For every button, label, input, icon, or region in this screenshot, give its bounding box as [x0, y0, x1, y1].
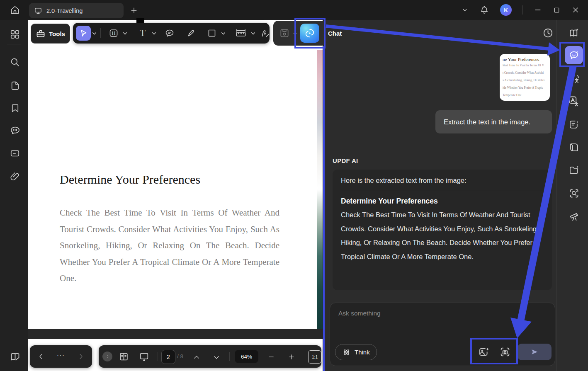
ai-assistant-toolbar-button[interactable]: [300, 24, 319, 43]
chat-panel-title: Chat: [328, 30, 342, 37]
note-sparkle-icon: [569, 119, 580, 130]
shape-tool-dropdown-icon[interactable]: [221, 31, 226, 36]
ai-translate-button[interactable]: [568, 73, 580, 84]
close-button[interactable]: [571, 6, 580, 14]
minimize-icon: [534, 6, 542, 14]
document-heading: Determine Your Preferences: [60, 172, 200, 187]
home-button[interactable]: [6, 2, 24, 18]
zoom-in-icon[interactable]: [288, 353, 295, 361]
ai-read-mode-button[interactable]: [568, 141, 580, 153]
sidebar-item-thumbnails[interactable]: [9, 28, 21, 41]
title-bar: 2.0-Travelling K: [0, 0, 588, 20]
sidebar-item-search[interactable]: [9, 56, 21, 68]
tools-label: Tools: [49, 30, 65, 37]
attached-image-thumbnail: ne Your Preferences Best Time To Visit I…: [500, 54, 550, 101]
ai-writing-button[interactable]: [568, 119, 580, 130]
select-tool-button-active[interactable]: [76, 26, 91, 41]
home-icon: [10, 5, 20, 15]
updf-ai-logo-icon: [304, 27, 316, 39]
updf-app-window: 2.0-Travelling K: [0, 0, 588, 371]
open-book-icon: [10, 351, 21, 362]
nav-forward-icon[interactable]: [77, 353, 85, 360]
sidebar-item-attachments[interactable]: [9, 170, 21, 182]
avatar[interactable]: K: [500, 4, 512, 16]
select-tool-dropdown-icon[interactable]: [92, 31, 97, 36]
thumbnail-line: Temperate One.: [503, 92, 549, 99]
previous-page-icon[interactable]: [193, 354, 200, 361]
sidebar-item-comments[interactable]: [9, 124, 21, 136]
paperclip-icon: [10, 171, 20, 182]
comment-bubble-icon: [10, 125, 21, 136]
actual-size-button[interactable]: 1:1: [308, 350, 321, 364]
notifications-button[interactable]: [479, 5, 489, 15]
translate-box-icon: [568, 95, 580, 107]
text-tool-dropdown-icon[interactable]: [152, 31, 156, 36]
sidebar-divider: [7, 44, 21, 44]
document-viewport[interactable]: Determine Your Preferences Check The Bes…: [28, 20, 324, 371]
maximize-button[interactable]: [553, 6, 561, 14]
tab-document-icon: [34, 7, 42, 15]
highlighter-tool-icon[interactable]: [186, 28, 196, 38]
ai-search-button[interactable]: [568, 187, 580, 199]
zoom-level-input[interactable]: 64%: [235, 350, 258, 363]
heading-tool-dropdown-icon[interactable]: [123, 31, 127, 36]
send-message-button[interactable]: [518, 344, 552, 360]
chat-input[interactable]: [338, 309, 513, 344]
search-icon: [10, 57, 20, 68]
titlebar-divider: [522, 5, 523, 15]
heading-tool-icon[interactable]: H: [109, 28, 119, 38]
thumbnail-line: ide Whether You Prefer A Tropic: [503, 84, 549, 92]
ai-response-heading: Determine Your Preferences: [341, 197, 544, 206]
ai-summary-button[interactable]: [568, 27, 580, 39]
nav-back-icon[interactable]: [37, 353, 45, 360]
thumbnail-line: s As Snorkeling, Hiking, Or Relax: [503, 77, 549, 84]
think-label: Think: [355, 349, 370, 356]
camera-capture-icon: [499, 346, 511, 358]
ai-translate-page-button[interactable]: [568, 95, 580, 107]
chat-smiley-sparkle-icon: [568, 49, 580, 61]
chat-history-button[interactable]: [542, 27, 554, 39]
ai-response-intro: Here is the extracted text from the imag…: [341, 177, 544, 184]
save-icon[interactable]: [279, 28, 290, 39]
zoom-out-icon[interactable]: [267, 353, 275, 361]
attach-image-button[interactable]: [478, 346, 490, 358]
screenshot-button[interactable]: [499, 346, 511, 358]
ai-file-button[interactable]: [568, 164, 580, 176]
page-total-label: / 8: [177, 353, 183, 359]
next-page-icon[interactable]: [213, 354, 220, 361]
sidebar-item-pages[interactable]: [9, 79, 21, 92]
current-page-input[interactable]: 2: [161, 350, 175, 364]
comment-tool-icon[interactable]: [165, 28, 175, 38]
chevron-right-icon: [105, 354, 110, 359]
ai-discover-button[interactable]: [568, 210, 580, 222]
page-controls-bar: 2 / 8 64% 1:1: [99, 345, 321, 368]
more-pages-button[interactable]: ...: [55, 350, 67, 358]
atom-icon: [342, 348, 351, 356]
collapse-bar-button[interactable]: [102, 352, 112, 361]
signature-tool-icon[interactable]: [260, 28, 270, 38]
shape-tool-icon[interactable]: [207, 28, 217, 38]
minimize-button[interactable]: [534, 6, 542, 14]
presentation-mode-icon[interactable]: [139, 352, 149, 362]
thumbnail-line: t Crowds. Consider What Activiti: [503, 69, 549, 77]
measure-tool-icon[interactable]: [235, 28, 247, 38]
tools-menu-button[interactable]: Tools: [31, 24, 70, 44]
two-page-view-icon[interactable]: [119, 352, 129, 362]
ai-response-divider: [341, 191, 544, 191]
new-tab-button[interactable]: [128, 4, 140, 17]
document-tab[interactable]: 2.0-Travelling: [29, 3, 124, 18]
think-mode-button[interactable]: Think: [335, 344, 377, 360]
ai-chat-panel: Chat ne Your Preferences Best Time To Vi…: [324, 20, 556, 371]
svg-text:T: T: [140, 28, 146, 38]
sidebar-item-stamps[interactable]: [9, 147, 21, 160]
measure-tool-dropdown-icon[interactable]: [251, 31, 255, 36]
sidebar-item-bookmarks[interactable]: [9, 102, 21, 114]
text-tool-icon[interactable]: T: [138, 28, 148, 38]
telescope-icon: [569, 211, 580, 222]
updates-dropdown-button[interactable]: [461, 6, 469, 14]
ai-chat-button-active[interactable]: [565, 46, 583, 64]
save-dropdown-icon[interactable]: [293, 32, 297, 36]
sidebar-item-reader-mode[interactable]: [9, 350, 21, 363]
bar-divider: [229, 352, 230, 361]
annotation-toolbar: H T: [73, 23, 270, 44]
